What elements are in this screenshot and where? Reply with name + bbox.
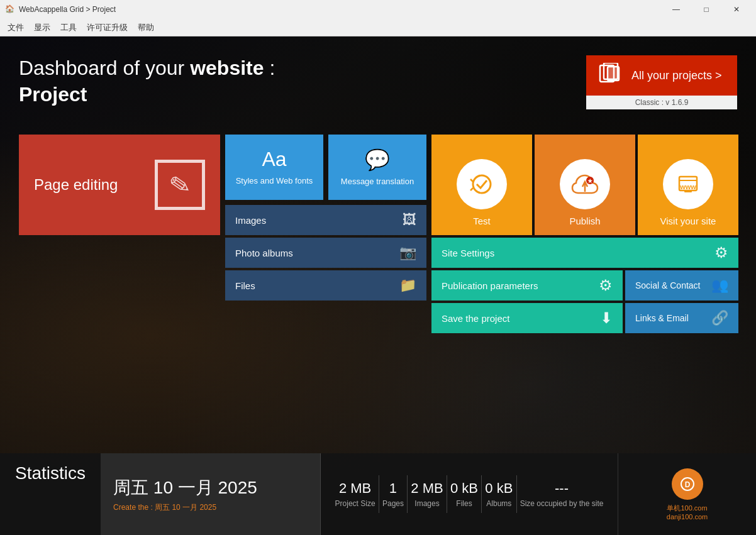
publish-label: Publish	[569, 216, 600, 226]
tiles-right-bottom: Site Settings ⚙ Publication parameters ⚙…	[431, 238, 738, 333]
message-icon: 💬	[365, 148, 390, 172]
tiles-middle: Aa Styles and Web fonts 💬 Message transl…	[225, 135, 426, 301]
page-editing-tile[interactable]: Page editing	[19, 135, 220, 235]
test-tile[interactable]: Test	[431, 135, 532, 235]
titlebar-title: WebAcappella Grid > Project	[19, 5, 662, 14]
save-icon: ⬇	[600, 309, 613, 327]
styles-fonts-tile[interactable]: Aa Styles and Web fonts	[225, 135, 323, 200]
files-tile[interactable]: Files 📁	[225, 270, 426, 301]
stat-pages: 1 Pages	[382, 480, 404, 508]
images-value: 2 MB	[411, 480, 443, 497]
stats-date-box: 周五 10 一月 2025 Create the : 周五 10 一月 2025	[101, 453, 321, 535]
project-size-label: Project Size	[335, 499, 375, 508]
stats-date-sub: Create the : 周五 10 一月 2025	[113, 502, 308, 513]
photo-albums-label: Photo albums	[235, 248, 293, 258]
images-stat-label: Images	[414, 499, 439, 508]
site-settings-tile[interactable]: Site Settings ⚙	[431, 238, 738, 268]
stat-divider-2	[407, 475, 408, 513]
minimize-button[interactable]: —	[662, 0, 691, 19]
folder-icon: 📁	[399, 277, 416, 294]
page-editing-label: Page editing	[34, 176, 118, 194]
visit-site-icon: www	[663, 159, 713, 209]
all-projects-button[interactable]: All your projects >	[586, 55, 737, 96]
menu-license[interactable]: 许可证升级	[82, 19, 133, 36]
site-settings-label: Site Settings	[442, 248, 494, 258]
header: Dashboard of your website : Project All …	[0, 36, 756, 122]
tiles-container: Page editing Aa Styles and Web fonts 💬 M…	[0, 122, 756, 346]
menu-help[interactable]: 帮助	[133, 19, 159, 36]
header-title-area: Dashboard of your website : Project	[19, 55, 275, 108]
svg-text:www: www	[679, 183, 696, 190]
images-icon: 🖼	[403, 212, 416, 228]
test-icon	[457, 159, 507, 209]
project-name: Project	[19, 82, 275, 108]
links-email-label: Links & Email	[635, 313, 689, 323]
stats-right: D 单机100.comdanji100.com	[618, 453, 756, 535]
app-icon: 🏠	[5, 4, 15, 14]
stat-site-size: --- Size occupied by the site	[520, 480, 604, 508]
menubar: 文件 显示 工具 许可证升级 帮助	[0, 19, 756, 36]
close-button[interactable]: ✕	[722, 0, 751, 19]
message-translation-tile[interactable]: 💬 Message translation	[328, 135, 426, 200]
dashboard-bold: website	[190, 57, 264, 79]
save-project-label: Save the project	[442, 313, 509, 324]
stat-files: 0 kB Files	[450, 480, 478, 508]
svg-rect-2	[608, 67, 619, 80]
version-text: Classic : v 1.6.9	[635, 98, 689, 107]
tiles-right: Test ★ Publish	[431, 135, 738, 333]
dashboard-prefix: Dashboard of your	[19, 57, 190, 79]
menu-file[interactable]: 文件	[3, 19, 29, 36]
projects-icon	[599, 63, 621, 88]
visit-site-tile[interactable]: www Visit your site	[638, 135, 738, 235]
links-email-tile[interactable]: Links & Email 🔗	[625, 303, 738, 333]
site-size-value: ---	[555, 480, 569, 497]
create-date: 周五 10 一月 2025	[155, 503, 216, 512]
publish-tile[interactable]: ★ Publish	[535, 135, 635, 235]
stat-divider-4	[481, 475, 482, 513]
watermark-icon: D	[672, 468, 703, 500]
header-right: All your projects > Classic : v 1.6.9	[586, 55, 737, 109]
publication-parameters-tile[interactable]: Publication parameters ⚙	[431, 270, 623, 301]
files-value: 0 kB	[450, 480, 478, 497]
styles-fonts-label: Styles and Web fonts	[236, 176, 313, 187]
svg-text:★: ★	[587, 178, 593, 184]
save-project-tile[interactable]: Save the project ⬇	[431, 303, 623, 333]
watermark-text: 单机100.comdanji100.com	[667, 504, 708, 521]
settings-icon: ⚙	[714, 244, 728, 262]
menu-tools[interactable]: 工具	[55, 19, 82, 36]
link-icon: 🔗	[711, 310, 728, 326]
social-contact-tile[interactable]: Social & Contact 👥	[625, 270, 738, 301]
svg-point-3	[473, 175, 491, 193]
publication-parameters-label: Publication parameters	[442, 280, 538, 291]
stat-images: 2 MB Images	[411, 480, 443, 508]
photo-albums-tile[interactable]: Photo albums 📷	[225, 238, 426, 268]
stat-albums: 0 kB Albums	[485, 480, 513, 508]
camera-icon: 📷	[399, 245, 416, 261]
stats-section-title: Statistics	[0, 453, 101, 535]
images-tile[interactable]: Images 🖼	[225, 205, 426, 235]
social-icon: 👥	[711, 277, 728, 294]
site-size-label: Size occupied by the site	[520, 499, 604, 508]
tiles-right-top: Test ★ Publish	[431, 135, 738, 235]
maximize-button[interactable]: □	[692, 0, 721, 19]
fonts-icon: Aa	[262, 148, 286, 171]
stat-divider-3	[447, 475, 447, 513]
pages-value: 1	[389, 480, 397, 497]
message-translation-label: Message translation	[341, 177, 414, 187]
social-contact-label: Social & Contact	[635, 280, 701, 290]
titlebar: 🏠 WebAcappella Grid > Project — □ ✕	[0, 0, 756, 19]
pub-params-icon: ⚙	[599, 277, 613, 294]
tiles-bottom-row2: Save the project ⬇ Links & Email 🔗	[431, 303, 738, 333]
version-bar: Classic : v 1.6.9	[586, 96, 737, 109]
svg-text:D: D	[684, 480, 690, 489]
albums-value: 0 kB	[485, 480, 513, 497]
tiles-bottom-row1: Publication parameters ⚙ Social & Contac…	[431, 270, 738, 301]
menu-view[interactable]: 显示	[29, 19, 55, 36]
main-area: Dashboard of your website : Project All …	[0, 36, 756, 535]
stat-divider-5	[516, 475, 517, 513]
stats-numbers: 2 MB Project Size 1 Pages 2 MB Images 0 …	[321, 453, 618, 535]
files-stat-label: Files	[456, 499, 472, 508]
files-label: Files	[235, 280, 255, 291]
stats-heading: Statistics	[15, 463, 86, 483]
project-size-value: 2 MB	[339, 480, 371, 497]
